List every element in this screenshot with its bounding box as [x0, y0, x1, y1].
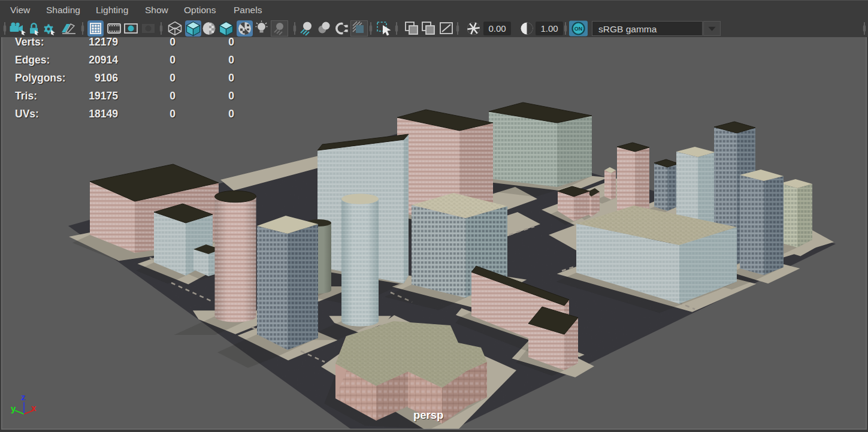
svg-text:1.00: 1.00	[540, 23, 558, 34]
svg-text:y: y	[11, 403, 16, 413]
svg-text:0.00: 0.00	[488, 23, 506, 34]
svg-text:sRGB gamma: sRGB gamma	[598, 24, 657, 34]
svg-text:x: x	[31, 403, 37, 413]
svg-text:persp: persp	[413, 409, 443, 421]
svg-text:ON: ON	[574, 26, 583, 32]
svg-text:z: z	[21, 392, 26, 402]
